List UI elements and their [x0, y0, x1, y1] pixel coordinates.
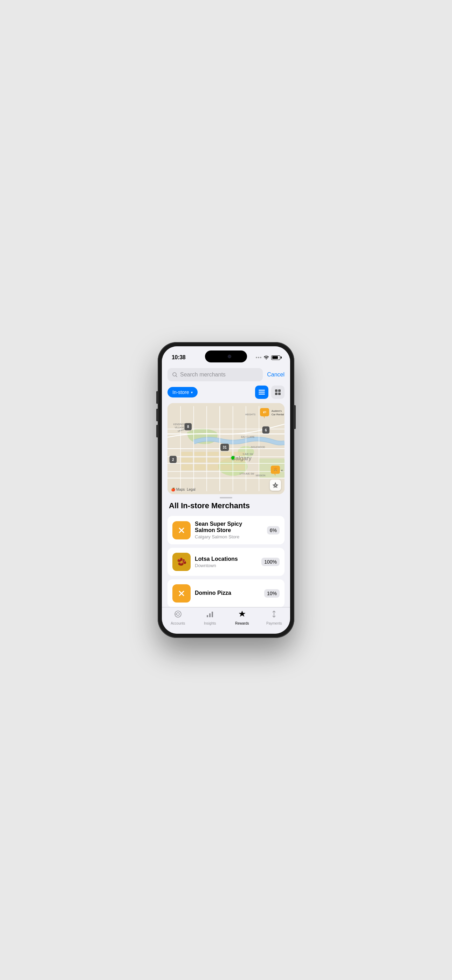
svg-rect-32: [220, 452, 232, 456]
camera-dot: [228, 355, 231, 358]
svg-point-79: [177, 612, 180, 616]
drag-pill: [220, 497, 232, 498]
merchant-cashback: 100%: [261, 558, 280, 566]
search-container: Search merchants Cancel: [162, 364, 290, 385]
merchant-name: Sean Super Spicy Salmon Store: [195, 521, 263, 533]
svg-text:MISSION: MISSION: [256, 474, 266, 477]
svg-rect-4: [275, 390, 277, 392]
svg-text:2: 2: [172, 458, 174, 461]
svg-rect-82: [209, 613, 210, 617]
insights-label: Insights: [204, 621, 216, 625]
insights-icon: [206, 610, 214, 620]
nav-item-insights[interactable]: Insights: [194, 610, 226, 625]
maps-logo: 🍎 Maps: [171, 488, 185, 492]
svg-text:EAU CLAIRE: EAU CLAIRE: [241, 436, 255, 438]
svg-rect-31: [207, 458, 219, 462]
merchant-logo-domino: [172, 584, 191, 603]
svg-rect-6: [275, 393, 277, 395]
bottom-nav: Accounts Insights Reward: [162, 607, 290, 634]
merchant-info-salmon: Sean Super Spicy Salmon Store Calgary Sa…: [195, 521, 263, 539]
merchant-name: Domino Pizza: [195, 590, 260, 596]
merchant-logo-salmon: [172, 521, 191, 539]
filter-label: In-store: [172, 390, 189, 395]
filter-row: In-store ▾: [162, 385, 290, 403]
svg-rect-33: [220, 458, 232, 462]
rewards-icon: [238, 610, 246, 620]
merchant-item[interactable]: Domino Pizza 10%: [167, 579, 285, 607]
status-bar: 10:38: [162, 346, 290, 364]
accounts-label: Accounts: [170, 621, 185, 625]
phone-screen: 10:38: [162, 346, 290, 634]
chevron-down-icon: ▾: [191, 390, 193, 394]
merchant-item[interactable]: 🫘 Lotsa Locations Downtown 100%: [167, 548, 285, 576]
svg-text:Audere's: Audere's: [272, 410, 282, 413]
merchant-subtitle: Downtown: [195, 563, 257, 568]
dynamic-island: [205, 350, 247, 363]
merchant-item[interactable]: Sean Super Spicy Salmon Store Calgary Sa…: [167, 516, 285, 544]
card-view-button[interactable]: [271, 385, 285, 399]
signal-dot-2: [258, 357, 259, 358]
merchants-section: All In-store Merchants Sean Super Spicy …: [162, 501, 290, 607]
svg-rect-37: [194, 465, 206, 470]
accounts-icon: [174, 610, 182, 620]
svg-text:8: 8: [187, 425, 189, 429]
phone-frame: 10:38: [158, 342, 294, 638]
payments-label: Payments: [266, 621, 282, 625]
svg-text:VILLAGE: VILLAGE: [175, 426, 185, 429]
svg-text:6: 6: [265, 428, 267, 432]
svg-rect-81: [207, 615, 208, 617]
map-attribution: 🍎 Maps Legal: [171, 488, 196, 492]
svg-rect-36: [181, 465, 193, 470]
svg-point-53: [232, 457, 234, 459]
wifi-icon: [264, 355, 269, 360]
instore-filter-button[interactable]: In-store ▾: [167, 387, 197, 398]
merchant-info-lotsa: Lotsa Locations Downtown: [195, 556, 257, 568]
svg-rect-7: [278, 393, 281, 395]
nav-item-payments[interactable]: Payments: [258, 610, 290, 625]
svg-rect-27: [181, 458, 193, 462]
svg-text:🍔: 🍔: [274, 468, 277, 472]
nav-item-rewards[interactable]: Rewards: [226, 610, 258, 625]
nav-item-accounts[interactable]: Accounts: [162, 610, 194, 625]
view-toggle: [255, 385, 285, 399]
svg-rect-26: [181, 452, 193, 456]
svg-rect-5: [278, 390, 281, 392]
svg-rect-40: [233, 465, 245, 470]
merchant-cashback: 6%: [267, 526, 280, 535]
map-container[interactable]: 9 AVE SW 17TH AVE SW MEMORIAL DR KENSING…: [167, 403, 285, 494]
payments-icon: [270, 610, 278, 620]
svg-text:17TH AVE SW: 17TH AVE SW: [239, 473, 255, 475]
section-title: All In-store Merchants: [167, 501, 285, 510]
signal-dots: [256, 357, 261, 358]
svg-text:INGLEWOOD: INGLEWOOD: [251, 446, 265, 448]
svg-rect-39: [220, 465, 232, 470]
svg-rect-2: [259, 392, 265, 393]
drag-handle[interactable]: [162, 494, 290, 501]
map-background: 9 AVE SW 17TH AVE SW MEMORIAL DR KENSING…: [167, 403, 285, 494]
search-icon: [172, 372, 177, 377]
search-bar[interactable]: Search merchants: [167, 368, 263, 381]
merchant-info-domino: Domino Pizza: [195, 590, 260, 597]
cancel-button[interactable]: Cancel: [267, 372, 285, 378]
merchant-logo-lotsa: 🫘: [172, 553, 191, 571]
rewards-label: Rewards: [235, 621, 249, 625]
merchant-subtitle: Calgary Salmon Store: [195, 534, 263, 539]
svg-text:🏷: 🏷: [263, 410, 266, 414]
svg-rect-83: [212, 612, 213, 617]
list-view-button[interactable]: [255, 385, 268, 399]
legal-link[interactable]: Legal: [187, 488, 195, 492]
svg-text:Car Rental: Car Rental: [272, 413, 284, 416]
svg-rect-28: [194, 452, 206, 456]
map-inner: 9 AVE SW 17TH AVE SW MEMORIAL DR KENSING…: [167, 403, 285, 494]
svg-text:HEIGHTS: HEIGHTS: [245, 413, 256, 416]
svg-text:31: 31: [223, 445, 227, 449]
svg-rect-3: [259, 394, 265, 395]
svg-text:K... Bu...: K... Bu...: [282, 469, 285, 472]
signal-dot-3: [260, 357, 261, 358]
location-button[interactable]: [270, 479, 281, 491]
merchant-cashback: 10%: [264, 589, 280, 598]
main-content: Search merchants Cancel In-store ▾: [162, 364, 290, 607]
svg-rect-29: [194, 458, 206, 462]
status-icons: [256, 355, 280, 360]
signal-dot-1: [256, 357, 257, 358]
